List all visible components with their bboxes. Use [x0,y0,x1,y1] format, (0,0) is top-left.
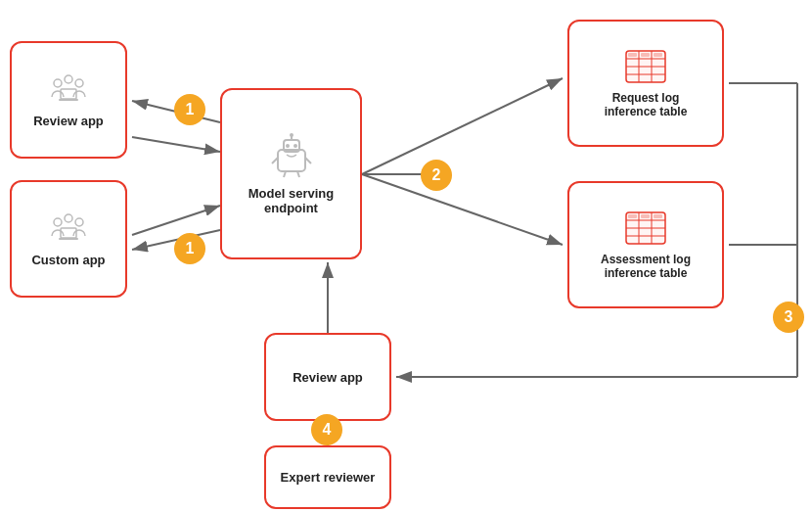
svg-point-22 [54,218,62,226]
svg-point-19 [65,75,72,83]
svg-point-29 [286,144,290,148]
review-app-bottom-label: Review app [293,370,363,385]
svg-rect-43 [654,53,662,57]
svg-line-3 [132,137,220,152]
svg-point-17 [54,79,62,87]
model-serving-label: Model serving endpoint [248,186,334,215]
people-icon-top [47,71,90,110]
review-app-top-label: Review app [33,114,104,128]
svg-point-30 [293,144,297,148]
svg-rect-42 [641,53,650,57]
svg-line-5 [132,206,220,235]
svg-rect-16 [59,99,78,101]
diagram-container: Review app Custom app [0,0,812,512]
svg-rect-52 [654,214,662,218]
custom-app-label: Custom app [31,253,105,267]
model-serving-box: Model serving endpoint [220,88,362,259]
expert-reviewer-label: Expert reviewer [281,470,376,485]
svg-point-23 [75,218,83,226]
svg-rect-51 [641,214,650,218]
badge-1-top: 1 [174,94,205,125]
badge-2: 2 [421,160,452,191]
custom-app-box: Custom app [10,180,127,298]
svg-point-28 [290,133,293,137]
review-app-top-box: Review app [10,41,127,159]
svg-line-7 [362,174,563,245]
review-app-bottom-box: Review app [264,333,391,421]
table-icon-assessment [624,210,667,249]
assessment-log-box: Assessment log inference table [567,181,724,308]
request-log-label: Request log inference table [605,91,688,118]
table-icon-request [624,49,667,87]
people-icon-custom [47,210,90,249]
badge-1-bottom: 1 [174,233,205,264]
svg-rect-50 [628,214,637,218]
svg-point-18 [75,79,83,87]
svg-line-6 [362,78,563,174]
svg-rect-21 [59,238,78,240]
assessment-log-label: Assessment log inference table [601,253,691,280]
request-log-box: Request log inference table [567,20,724,147]
expert-reviewer-box: Expert reviewer [264,445,391,509]
svg-rect-25 [278,150,305,171]
svg-point-24 [65,214,72,222]
robot-icon [268,132,315,182]
svg-rect-41 [628,53,637,57]
badge-4: 4 [311,414,342,445]
badge-3: 3 [773,302,804,333]
